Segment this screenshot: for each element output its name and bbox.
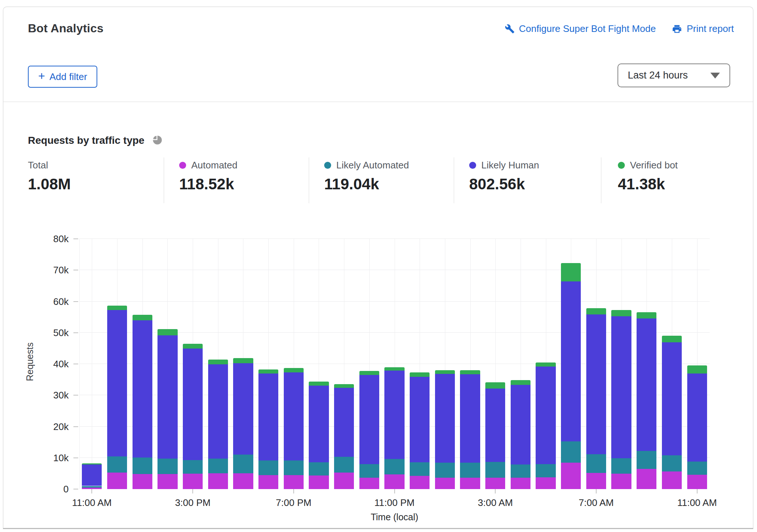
bar-segment-likely-automated[interactable] [183,460,203,474]
bar-segment-likely-human[interactable] [208,364,228,459]
bar-7:00 AM[interactable] [586,239,606,489]
bar-segment-likely-human[interactable] [133,320,152,458]
bar-segment-likely-human[interactable] [687,374,707,462]
bar-7:00 PM[interactable] [284,239,304,489]
bar-9:00 PM[interactable] [334,239,354,489]
bar-12:00 PM[interactable] [107,239,127,489]
bar-segment-likely-automated[interactable] [82,486,102,488]
bar-segment-likely-automated[interactable] [485,462,505,478]
bar-segment-likely-automated[interactable] [384,459,404,474]
bar-4:00 AM[interactable] [511,239,530,489]
bar-5:00 PM[interactable] [233,239,253,489]
bar-8:00 AM[interactable] [611,239,631,489]
bar-10:00 PM[interactable] [359,239,379,489]
bar-segment-automated[interactable] [561,463,581,489]
bar-segment-likely-human[interactable] [511,385,530,464]
bar-segment-likely-human[interactable] [460,374,480,463]
add-filter-button[interactable]: + Add filter [28,66,97,88]
bar-3:00 PM[interactable] [183,239,203,489]
bar-segment-likely-automated[interactable] [258,460,278,475]
bar-segment-likely-human[interactable] [485,389,505,462]
bar-11:00 PM[interactable] [384,239,404,489]
bar-4:00 PM[interactable] [208,239,228,489]
bar-segment-automated[interactable] [133,474,152,489]
bar-segment-likely-automated[interactable] [637,451,656,469]
bar-segment-automated[interactable] [359,478,379,489]
bar-segment-likely-human[interactable] [258,374,278,460]
bar-segment-automated[interactable] [258,475,278,489]
bar-segment-verified-bot[interactable] [435,370,455,374]
bar-segment-likely-automated[interactable] [334,457,354,473]
bar-segment-verified-bot[interactable] [687,365,707,373]
bar-segment-likely-human[interactable] [536,367,555,464]
bar-segment-verified-bot[interactable] [208,360,228,364]
bar-segment-verified-bot[interactable] [511,380,530,385]
configure-super-bot-fight-mode-link[interactable]: Configure Super Bot Fight Mode [505,23,656,34]
bar-segment-verified-bot[interactable] [157,329,177,335]
bar-segment-automated[interactable] [662,471,682,489]
bar-segment-likely-automated[interactable] [157,459,177,474]
bar-segment-verified-bot[interactable] [536,362,555,367]
bar-segment-verified-bot[interactable] [107,306,127,310]
bar-segment-likely-automated[interactable] [662,455,682,471]
bar-11:00 AM[interactable] [82,239,102,489]
bar-1:00 PM[interactable] [133,239,152,489]
bar-segment-verified-bot[interactable] [183,344,203,349]
bar-segment-verified-bot[interactable] [258,369,278,374]
bar-segment-likely-human[interactable] [183,349,203,460]
bar-segment-likely-human[interactable] [410,377,430,462]
bar-segment-automated[interactable] [637,469,656,489]
bar-segment-automated[interactable] [511,478,530,489]
bar-segment-automated[interactable] [208,473,228,489]
bar-segment-likely-automated[interactable] [460,463,480,478]
bar-segment-verified-bot[interactable] [485,382,505,388]
bar-segment-automated[interactable] [284,475,304,489]
bar-2:00 PM[interactable] [157,239,177,489]
bar-segment-automated[interactable] [410,476,430,489]
bar-segment-verified-bot[interactable] [460,370,480,374]
bar-segment-likely-automated[interactable] [611,458,631,474]
bar-segment-automated[interactable] [435,478,455,489]
bar-segment-verified-bot[interactable] [410,372,430,377]
bar-segment-likely-human[interactable] [435,374,455,463]
bar-segment-verified-bot[interactable] [334,384,354,388]
bar-segment-automated[interactable] [536,477,555,489]
bar-segment-verified-bot[interactable] [662,336,682,342]
bar-segment-automated[interactable] [157,474,177,489]
bar-segment-likely-human[interactable] [637,318,656,451]
bar-segment-likely-automated[interactable] [586,454,606,473]
bar-segment-automated[interactable] [107,473,127,489]
bar-segment-automated[interactable] [334,473,354,489]
bar-segment-likely-human[interactable] [359,375,379,464]
bar-segment-automated[interactable] [586,473,606,489]
bar-segment-verified-bot[interactable] [561,263,581,281]
bar-segment-likely-human[interactable] [334,388,354,457]
bar-segment-automated[interactable] [183,474,203,489]
bar-11:00 AM[interactable] [687,239,707,489]
bar-segment-automated[interactable] [309,475,329,489]
bar-segment-likely-automated[interactable] [107,456,127,472]
bar-segment-likely-automated[interactable] [233,455,253,473]
bar-segment-automated[interactable] [460,478,480,489]
bar-segment-likely-automated[interactable] [536,464,555,477]
bar-segment-likely-human[interactable] [309,386,329,462]
bar-segment-likely-human[interactable] [107,310,127,456]
bar-3:00 AM[interactable] [485,239,505,489]
bar-segment-likely-automated[interactable] [309,462,329,476]
print-report-link[interactable]: Print report [672,23,734,34]
bar-segment-likely-human[interactable] [284,372,304,460]
bar-6:00 AM[interactable] [561,239,581,489]
bar-segment-verified-bot[interactable] [82,463,102,464]
bar-segment-likely-automated[interactable] [359,464,379,478]
bar-segment-likely-automated[interactable] [410,462,430,476]
bar-2:00 AM[interactable] [460,239,480,489]
bar-segment-likely-human[interactable] [384,371,404,459]
bar-10:00 AM[interactable] [662,239,682,489]
bar-segment-likely-automated[interactable] [435,463,455,478]
bar-segment-verified-bot[interactable] [309,382,329,386]
bar-8:00 PM[interactable] [309,239,329,489]
bar-segment-likely-automated[interactable] [511,464,530,478]
bar-segment-likely-automated[interactable] [687,462,707,475]
time-range-dropdown[interactable]: Last 24 hours [617,63,730,87]
bar-segment-likely-human[interactable] [157,335,177,459]
